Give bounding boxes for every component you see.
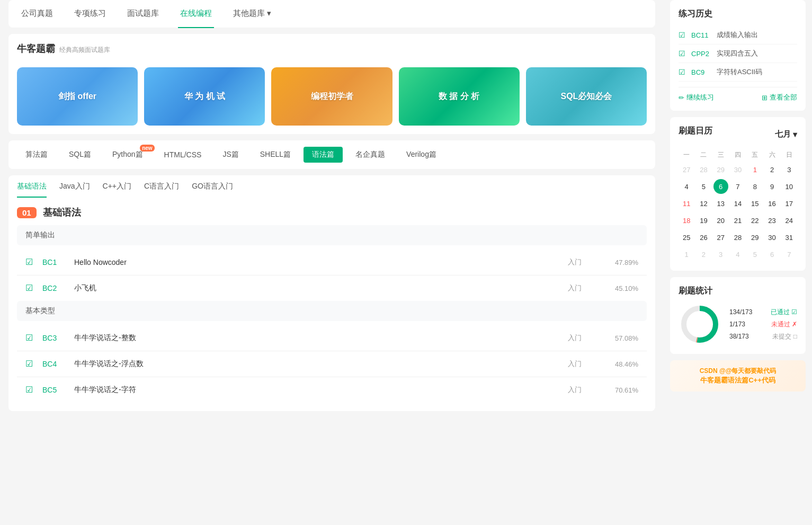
problem-name: 牛牛学说话之-字符 [74,385,554,395]
calendar-day[interactable]: 24 [782,213,797,228]
sub-tab-java[interactable]: Java入门 [59,182,90,198]
calendar-days: 2728293012345678910111213141516171819202… [679,162,797,262]
cat-tab-htmlcss[interactable]: HTML/CSS [156,147,210,162]
stats-labels: 134/173 已通过 ☑ 1/173 未通过 ✗ [729,306,797,343]
cat-tab-js[interactable]: JS篇 [214,147,247,163]
nav-special-practice[interactable]: 专项练习 [72,0,108,28]
calendar-day[interactable]: 27 [713,230,728,245]
calendar-day[interactable]: 15 [747,196,762,211]
calendar-day[interactable]: 16 [765,196,780,211]
cat-tab-syntax[interactable]: 语法篇 [304,147,343,163]
sub-tab-go[interactable]: GO语言入门 [192,182,233,198]
calendar-day[interactable]: 27 [679,162,694,177]
history-check-icon: ☑ [679,49,687,58]
nav-online-coding[interactable]: 在线编程 [178,0,214,28]
calendar-day[interactable]: 30 [765,230,780,245]
calendar-day[interactable]: 21 [730,213,745,228]
problem-level: 入门 [554,283,596,293]
calendar-card: 刷题日历 七月 ▾ 一 二 三 四 五 六 日 2728293012345678… [670,117,806,271]
banner-card-0[interactable]: 剑指 offer [17,67,138,126]
subsection-basic-types: 基本类型 [17,301,647,321]
problem-item[interactable]: ☑ BC3 牛牛学说话之-整数 入门 57.08% [17,325,647,351]
cat-tab-verilog[interactable]: Verilog篇 [398,147,445,163]
failed-icon: ✗ [792,321,797,328]
continue-practice-button[interactable]: ✏ 继续练习 [679,93,714,102]
calendar-day[interactable]: 31 [782,230,797,245]
problem-level: 入门 [554,385,596,395]
banner-card-4[interactable]: SQL必知必会 [526,67,647,126]
problem-name: 牛牛学说话之-浮点数 [74,359,554,369]
banner-card-3[interactable]: 数 据 分 析 [399,67,520,126]
cat-tab-python[interactable]: Python篇 new [104,147,151,163]
calendar-day[interactable]: 26 [696,230,711,245]
failed-count: 1/173 [729,321,745,328]
history-item-2[interactable]: ☑ BC9 字符转ASCII码 [679,63,797,82]
cat-tab-famous[interactable]: 名企真题 [347,147,394,163]
problem-item[interactable]: ☑ BC4 牛牛学说话之-浮点数 入门 48.46% [17,351,647,377]
dow-sun: 日 [781,148,797,162]
calendar-day[interactable]: 29 [747,230,762,245]
sub-tab-c[interactable]: C语言入门 [144,182,179,198]
nav-other-banks[interactable]: 其他题库 ▾ [231,0,273,28]
banner-card-1[interactable]: 华 为 机 试 [144,67,265,126]
view-all-button[interactable]: ⊞ 查看全部 [762,93,797,102]
calendar-day[interactable]: 4 [730,247,745,262]
cat-tab-algorithm[interactable]: 算法篇 [17,147,56,163]
calendar-day[interactable]: 25 [679,230,694,245]
sub-tab-basic[interactable]: 基础语法 [17,182,47,198]
calendar-day[interactable]: 2 [696,247,711,262]
calendar-month-selector[interactable]: 七月 ▾ [775,129,797,139]
section-number: 01 [17,207,37,218]
calendar-day[interactable]: 2 [765,162,780,177]
calendar-day[interactable]: 13 [713,196,728,211]
calendar-day[interactable]: 10 [782,179,797,194]
calendar-day[interactable]: 8 [747,179,762,194]
cat-tab-shell[interactable]: SHELL篇 [252,147,299,163]
problem-item[interactable]: ☑ BC2 小飞机 入门 45.10% [17,275,647,301]
history-item-1[interactable]: ☑ CPP2 实现四含五入 [679,45,797,63]
history-actions: ✏ 继续练习 ⊞ 查看全部 [679,87,797,102]
calendar-day[interactable]: 4 [679,179,694,194]
not-submitted-label: 未提交 □ [772,332,797,341]
top-navigation: 公司真题 专项练习 面试题库 在线编程 其他题库 ▾ [8,0,655,28]
calendar-day[interactable]: 5 [747,247,762,262]
calendar-day[interactable]: 11 [679,196,694,211]
calendar-day[interactable]: 1 [679,247,694,262]
calendar-day[interactable]: 28 [696,162,711,177]
problem-name: Hello Nowcoder [74,258,554,266]
calendar-day[interactable]: 6 [765,247,780,262]
dow-thu: 四 [730,148,746,162]
calendar-day[interactable]: 6 [713,179,728,194]
problem-item[interactable]: ☑ BC1 Hello Nowcoder 入门 47.89% [17,250,647,275]
problem-level: 入门 [554,359,596,369]
problem-item[interactable]: ☑ BC5 牛牛学说话之-字符 入门 70.61% [17,377,647,403]
nav-company-problems[interactable]: 公司真题 [19,0,55,28]
problem-rate: 45.10% [596,284,638,292]
calendar-day[interactable]: 3 [713,247,728,262]
calendar-day[interactable]: 28 [730,230,745,245]
calendar-day[interactable]: 9 [765,179,780,194]
calendar-day[interactable]: 29 [713,162,728,177]
calendar-day[interactable]: 19 [696,213,711,228]
calendar-day[interactable]: 7 [730,179,745,194]
banner-subtitle: 经典高频面试题库 [59,46,110,55]
cat-tab-sql[interactable]: SQL篇 [60,147,100,163]
calendar-day[interactable]: 30 [730,162,745,177]
passed-label: 已通过 ☑ [771,308,797,317]
calendar-day[interactable]: 14 [730,196,745,211]
history-item-0[interactable]: ☑ BC11 成绩输入输出 [679,26,797,45]
banner-card-2[interactable]: 编程初学者 [271,67,392,126]
nav-interview-bank[interactable]: 面试题库 [125,0,161,28]
calendar-day[interactable]: 1 [747,162,762,177]
calendar-day[interactable]: 18 [679,213,694,228]
calendar-day[interactable]: 12 [696,196,711,211]
calendar-day[interactable]: 20 [713,213,728,228]
calendar-day[interactable]: 17 [782,196,797,211]
calendar-day[interactable]: 5 [696,179,711,194]
sub-tab-cpp[interactable]: C++入门 [103,182,131,198]
csdn-banner[interactable]: CSDN @@每天都要敲代码 牛客题霸语法篇C++代码 [670,360,806,391]
calendar-day[interactable]: 7 [782,247,797,262]
calendar-day[interactable]: 22 [747,213,762,228]
calendar-day[interactable]: 23 [765,213,780,228]
calendar-day[interactable]: 3 [782,162,797,177]
